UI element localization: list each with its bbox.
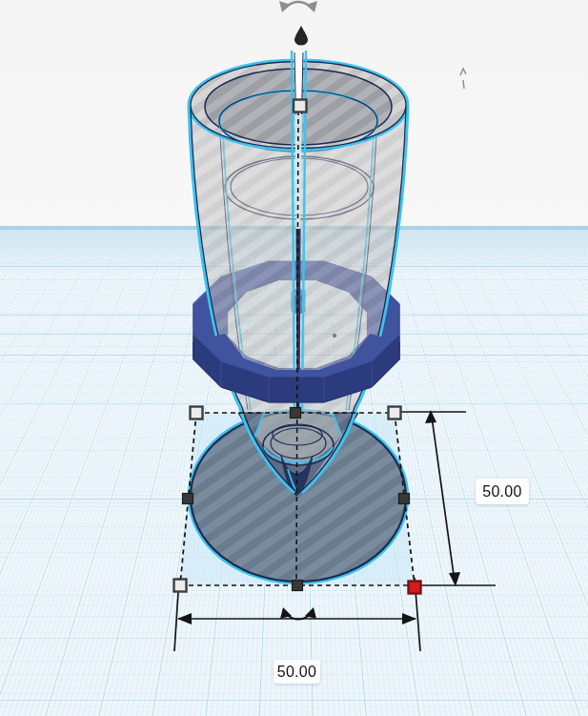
- rotate-handle-bottom[interactable]: [280, 607, 316, 620]
- scale-handle-bottom-left[interactable]: [174, 580, 187, 592]
- pointer-cursor-icon: [460, 69, 466, 89]
- height-scale-handle[interactable]: [294, 100, 307, 113]
- scale-handle-top-left[interactable]: [191, 407, 203, 419]
- move-up-arrow[interactable]: [294, 26, 308, 46]
- dimension-label-depth[interactable]: 50.00: [476, 479, 529, 504]
- edge-handle-right[interactable]: [399, 494, 410, 504]
- scene-canvas: [0, 0, 588, 716]
- rotate-handle-top[interactable]: [279, 1, 317, 12]
- scale-handle-bottom-right-active[interactable]: [409, 582, 421, 594]
- dimension-label-width[interactable]: 50.00: [274, 660, 320, 684]
- edge-handle-bottom[interactable]: [293, 581, 303, 591]
- viewport: 50.00 50.00: [0, 0, 588, 716]
- edge-handle-left[interactable]: [183, 494, 193, 504]
- edge-handle-top[interactable]: [291, 408, 301, 419]
- scale-handle-top-right[interactable]: [389, 407, 401, 419]
